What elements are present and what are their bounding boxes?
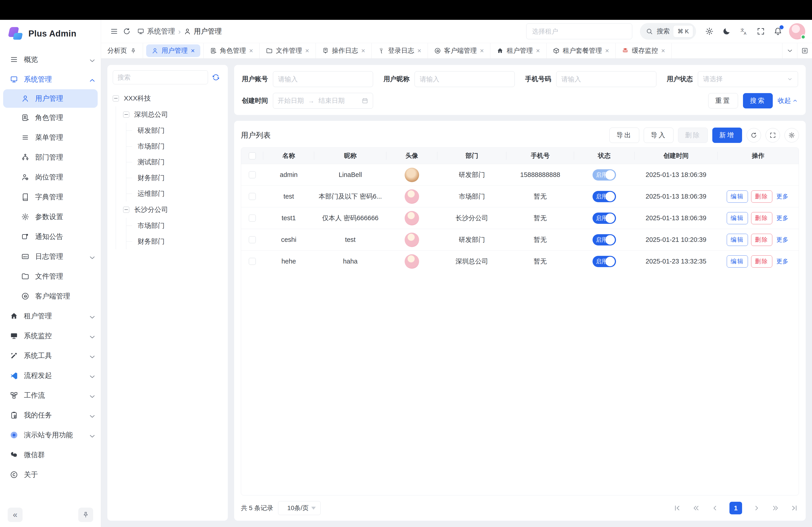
tab-操作日志[interactable]: 操作日志× xyxy=(316,43,372,58)
collapse-filters-button[interactable]: 收起 xyxy=(778,96,798,105)
tree-node-长沙分公司[interactable]: 长沙分公司 xyxy=(123,201,222,218)
sidebar-item-客户端管理[interactable]: 客户端管理 xyxy=(0,286,101,306)
last-page-button[interactable] xyxy=(790,503,799,513)
tree-leaf-财务部门[interactable]: 财务部门 xyxy=(133,170,222,186)
current-page-button[interactable]: 1 xyxy=(729,502,742,514)
tab-缓存监控[interactable]: 缓存监控× xyxy=(615,43,672,58)
row-edit-button[interactable]: 编辑 xyxy=(727,234,748,246)
row-more-button[interactable]: 更多 xyxy=(775,191,789,202)
tree-refresh-button[interactable] xyxy=(212,72,222,83)
select-all-checkbox[interactable] xyxy=(249,152,256,160)
row-delete-button[interactable]: 删除 xyxy=(751,212,772,224)
pin-icon[interactable] xyxy=(130,48,136,54)
back-ten-pages-button[interactable] xyxy=(692,503,700,513)
search-button[interactable]: 搜索 xyxy=(743,93,773,108)
import-button[interactable]: 导入 xyxy=(644,127,673,143)
row-avatar[interactable] xyxy=(405,168,419,182)
status-toggle[interactable]: 启用 xyxy=(593,256,616,267)
tab-list-dropdown-button[interactable] xyxy=(782,43,797,58)
row-avatar[interactable] xyxy=(405,232,419,247)
row-more-button[interactable]: 更多 xyxy=(775,212,789,224)
sidebar-item-概览[interactable]: 概览 xyxy=(0,49,101,70)
status-toggle[interactable]: 启用 xyxy=(593,169,616,181)
next-page-button[interactable] xyxy=(752,503,761,513)
sidebar-item-岗位管理[interactable]: 岗位管理 xyxy=(0,167,101,187)
settings-button[interactable] xyxy=(702,24,716,38)
sidebar-item-部门管理[interactable]: 部门管理 xyxy=(0,147,101,167)
sidebar-collapse-button[interactable]: « xyxy=(8,508,23,522)
row-checkbox[interactable] xyxy=(249,215,256,222)
sidebar-item-参数设置[interactable]: 参数设置 xyxy=(0,207,101,227)
status-toggle[interactable]: 启用 xyxy=(593,234,616,245)
sidebar-pin-button[interactable] xyxy=(78,508,93,522)
tab-close-icon[interactable]: × xyxy=(305,47,309,54)
notifications-button[interactable] xyxy=(771,24,785,38)
sidebar-item-关于[interactable]: 关于 xyxy=(0,465,101,485)
tab-close-icon[interactable]: × xyxy=(536,47,540,54)
tree-leaf-市场部门[interactable]: 市场部门 xyxy=(133,218,222,234)
sidebar-item-日志管理[interactable]: DEV日志管理 xyxy=(0,246,101,267)
row-edit-button[interactable]: 编辑 xyxy=(727,191,748,202)
created-date-range-picker[interactable]: 开始日期 → 结束日期 xyxy=(273,93,373,109)
tree-search-input[interactable] xyxy=(113,70,208,84)
sidebar-item-通知公告[interactable]: 通知公告 xyxy=(0,227,101,246)
table-fullscreen-button[interactable] xyxy=(766,128,780,142)
previous-page-button[interactable] xyxy=(710,503,720,513)
row-delete-button[interactable]: 删除 xyxy=(751,234,772,246)
tab-close-icon[interactable]: × xyxy=(605,47,609,54)
tree-leaf-财务部门[interactable]: 财务部门 xyxy=(133,234,222,249)
tab-用户管理[interactable]: 用户管理× xyxy=(143,43,204,58)
row-avatar[interactable] xyxy=(405,254,419,269)
tab-close-icon[interactable]: × xyxy=(417,47,421,54)
tab-close-icon[interactable]: × xyxy=(249,47,253,54)
forward-ten-pages-button[interactable] xyxy=(771,503,780,513)
sidebar-item-流程发起[interactable]: 流程发起 xyxy=(0,366,101,386)
add-button[interactable]: 新增 xyxy=(712,127,742,143)
row-checkbox[interactable] xyxy=(249,236,256,243)
sidebar-item-文件管理[interactable]: 文件管理 xyxy=(0,267,101,286)
refresh-page-button[interactable] xyxy=(120,25,133,37)
sidebar-item-字典管理[interactable]: 字典管理 xyxy=(0,187,101,207)
breadcrumb-item[interactable]: 用户管理 xyxy=(184,27,222,36)
tab-租户管理[interactable]: 租户管理× xyxy=(490,43,547,58)
breadcrumb-item[interactable]: 系统管理 xyxy=(137,27,175,36)
tree-collapse-icon[interactable] xyxy=(113,95,119,102)
tab-租户套餐管理[interactable]: 租户套餐管理× xyxy=(547,43,616,58)
row-checkbox[interactable] xyxy=(249,193,256,200)
global-search-button[interactable]: 搜索 ⌘ K xyxy=(640,23,696,40)
page-size-select[interactable]: 10条/页 xyxy=(278,501,320,515)
status-toggle[interactable]: 启用 xyxy=(593,191,616,202)
tenant-select-input[interactable] xyxy=(526,24,632,39)
user-status-select[interactable]: 请选择 xyxy=(698,71,798,87)
first-page-button[interactable] xyxy=(672,503,682,513)
tab-close-icon[interactable]: × xyxy=(361,47,365,54)
tab-分析页[interactable]: 分析页 xyxy=(101,43,143,58)
tab-文件管理[interactable]: 文件管理× xyxy=(260,43,316,58)
sidebar-item-演示站专用功能[interactable]: 演示站专用功能 xyxy=(0,425,101,445)
user-account-input[interactable] xyxy=(273,71,373,87)
tree-node-深圳总公司[interactable]: 深圳总公司 xyxy=(123,106,222,123)
sidebar-item-角色管理[interactable]: 角色管理 xyxy=(0,108,101,127)
sidebar-item-用户管理[interactable]: 用户管理 xyxy=(3,89,98,108)
fullscreen-button[interactable] xyxy=(754,24,768,38)
row-delete-button[interactable]: 删除 xyxy=(751,255,772,268)
tree-leaf-市场部门[interactable]: 市场部门 xyxy=(133,138,222,154)
tab-登录日志[interactable]: 登录日志× xyxy=(372,43,428,58)
row-edit-button[interactable]: 编辑 xyxy=(727,212,748,224)
sidebar-item-系统监控[interactable]: 系统监控 xyxy=(0,326,101,346)
delete-button[interactable]: 删除 xyxy=(678,127,708,143)
user-avatar[interactable] xyxy=(789,23,805,40)
menu-toggle-button[interactable] xyxy=(108,25,120,37)
tab-close-icon[interactable]: × xyxy=(191,47,195,54)
dark-mode-button[interactable] xyxy=(720,24,734,38)
tab-角色管理[interactable]: 角色管理× xyxy=(204,43,260,58)
sidebar-item-系统工具[interactable]: 系统工具 xyxy=(0,346,101,366)
row-delete-button[interactable]: 删除 xyxy=(751,191,772,202)
row-more-button[interactable]: 更多 xyxy=(775,234,789,246)
sidebar-item-微信群[interactable]: 微信群 xyxy=(0,445,101,465)
sidebar-item-工作流[interactable]: 工作流 xyxy=(0,386,101,405)
tree-node-XXX科技[interactable]: XXX科技 xyxy=(113,90,222,106)
row-avatar[interactable] xyxy=(405,211,419,225)
tree-leaf-运维部门[interactable]: 运维部门 xyxy=(133,186,222,201)
row-edit-button[interactable]: 编辑 xyxy=(727,255,748,268)
